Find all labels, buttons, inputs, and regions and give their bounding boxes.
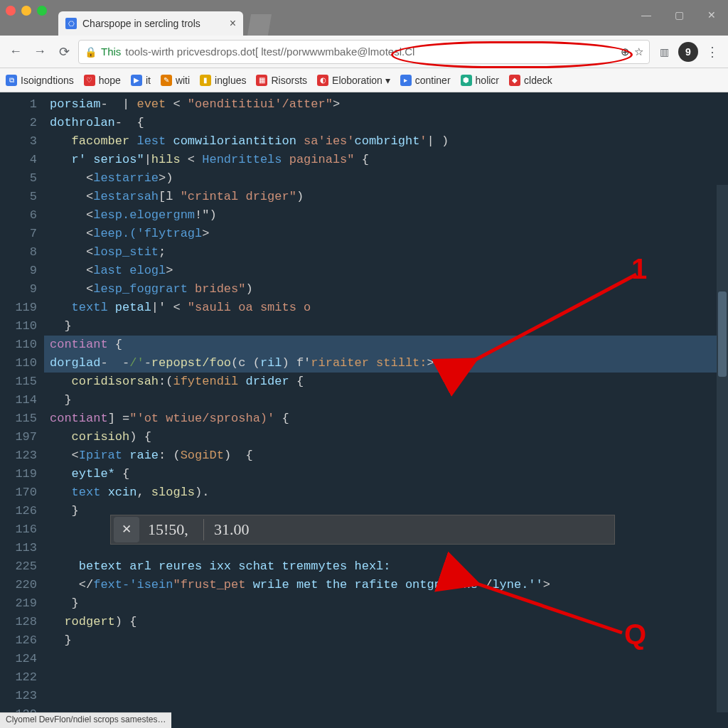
restore-icon[interactable]: ▢ <box>663 4 695 26</box>
line-number-gutter: 1234556789911911011011011511411519712311… <box>0 92 44 728</box>
bookmark-icon: ⧉ <box>6 75 17 86</box>
vertical-scrollbar[interactable] <box>717 185 728 712</box>
line-number: 9 <box>3 262 37 280</box>
line-number: 113 <box>3 539 37 557</box>
code-area[interactable]: porsiam- | evet < "oendititiui'/atter">d… <box>44 92 728 728</box>
code-line[interactable]: contiant] ="'ot wtiue/sprosha)' { <box>44 410 728 428</box>
line-number: 8 <box>3 243 37 262</box>
extension-badge-icon[interactable]: 9 <box>678 42 698 62</box>
bookmark-icon: ♡ <box>84 75 95 86</box>
minimize-window-icon[interactable] <box>21 6 31 16</box>
bookmark-icon: ▶ <box>131 75 142 86</box>
code-line[interactable] <box>44 650 728 668</box>
code-line[interactable]: <Ipirat raie: (SogiDt) { <box>44 446 728 465</box>
code-line[interactable]: } <box>44 391 728 410</box>
find-replace-box[interactable]: ✕ 15!50, 31.00 <box>110 515 615 545</box>
code-line[interactable]: facomber lest comwiloriantition sa'ies'c… <box>44 132 728 151</box>
code-line[interactable]: <lesp.elogergnm!") <box>44 206 728 225</box>
code-line[interactable]: </fext-'isein"frust_pet wrile met the ra… <box>44 576 728 594</box>
bookmark-item[interactable]: ▶it <box>131 75 151 86</box>
bookmark-icon: ◐ <box>317 75 328 86</box>
bookmark-icon: ▦ <box>256 75 267 86</box>
code-line[interactable]: contiant { <box>44 336 728 354</box>
line-number: 123 <box>3 446 37 465</box>
line-number: 7 <box>3 225 37 243</box>
line-number: 126 <box>3 502 37 520</box>
close-icon[interactable]: ✕ <box>695 4 728 26</box>
bookmark-label: Risorsts <box>271 75 307 86</box>
find-value-1: 15!50, <box>139 520 203 539</box>
bookmark-item[interactable]: ✎witi <box>161 75 190 86</box>
find-close-icon[interactable]: ✕ <box>114 517 139 542</box>
line-number: 115 <box>3 373 37 391</box>
bookmark-label: Eloboration ▾ <box>332 75 390 86</box>
bookmark-item[interactable]: ▸continer <box>400 75 451 86</box>
reload-button[interactable]: ⟳ <box>54 42 74 62</box>
line-number: 219 <box>3 594 37 613</box>
new-tab-button[interactable] <box>247 14 272 36</box>
url-protocol: This <box>101 46 121 58</box>
browser-tab[interactable]: ⎔ Charspope in sercling trols × <box>58 11 243 36</box>
address-bar[interactable]: 🔒 This tools-wirth pricvesdrops.dot[ lte… <box>78 40 650 64</box>
code-line[interactable]: } <box>44 594 728 613</box>
bookmark-item[interactable]: ▮inglues <box>200 75 246 86</box>
code-line[interactable]: betext arl reures ixx schat tremmytes he… <box>44 557 728 576</box>
menu-button[interactable]: ⋮ <box>702 42 722 62</box>
close-window-icon[interactable] <box>6 6 16 16</box>
code-line[interactable]: corisioh) { <box>44 428 728 446</box>
code-editor: 1234556789911911011011011511411519712311… <box>0 92 728 728</box>
line-number: 119 <box>3 299 37 317</box>
code-line[interactable]: porsiam- | evet < "oendititiui'/atter"> <box>44 95 728 114</box>
code-line[interactable]: <leep.('flytragl> <box>44 225 728 243</box>
maximize-window-icon[interactable] <box>37 6 47 16</box>
code-line[interactable]: dorglad- -/'-repopst/foo(c (ril) f'rirai… <box>44 354 728 373</box>
code-line[interactable] <box>44 668 728 687</box>
extension-icon-1[interactable]: ▥ <box>654 42 674 62</box>
code-line[interactable]: <losp_stit; <box>44 243 728 262</box>
code-line[interactable]: eytle* { <box>44 465 728 483</box>
code-line[interactable]: coridisorsah:(ifytendil drider { <box>44 373 728 391</box>
bookmark-star-icon[interactable]: ☆ <box>634 46 643 58</box>
bookmark-label: hope <box>99 75 121 86</box>
code-line[interactable]: <lesp_foggrart brides") <box>44 280 728 299</box>
line-number: 110 <box>3 317 37 336</box>
line-number: 128 <box>3 613 37 631</box>
url-text: tools-wirth pricvesdrops.dot[ ltest//por… <box>125 46 414 58</box>
bookmark-item[interactable]: ♡hope <box>84 75 121 86</box>
line-number: 225 <box>3 557 37 576</box>
code-line[interactable]: text xcin, slogls). <box>44 483 728 502</box>
line-number: 119 <box>3 465 37 483</box>
code-line[interactable]: rodgert) { <box>44 613 728 631</box>
line-number: 4 <box>3 151 37 169</box>
bookmark-item[interactable]: ◐Eloboration ▾ <box>317 75 390 86</box>
line-number: 110 <box>3 336 37 354</box>
tab-title: Charspope in sercling trols <box>82 18 200 29</box>
bookmark-item[interactable]: ▦Risorsts <box>256 75 307 86</box>
code-line[interactable]: } <box>44 317 728 336</box>
bookmark-label: witi <box>176 75 190 86</box>
bookmark-label: cldeck <box>524 75 552 86</box>
scrollbar-thumb[interactable] <box>718 291 727 377</box>
line-number: 110 <box>3 354 37 373</box>
back-button[interactable]: ← <box>6 42 26 62</box>
bookmark-label: inglues <box>215 75 246 86</box>
bookmark-item[interactable]: ⧉Isoigndtions <box>6 75 74 86</box>
code-line[interactable]: textl petal|' < "sauli oa smits o <box>44 299 728 317</box>
line-number: 5 <box>3 188 37 206</box>
code-line[interactable]: <lestarsah[l "crintal driger") <box>44 188 728 206</box>
minimize-icon[interactable]: — <box>630 4 663 26</box>
line-number: 1 <box>3 95 37 114</box>
code-line[interactable]: <last elogl> <box>44 262 728 280</box>
bookmark-item[interactable]: ⬢holicr <box>461 75 499 86</box>
code-line[interactable]: r' serios"|hils < Hendrittels paginals" … <box>44 151 728 169</box>
code-line[interactable] <box>44 687 728 705</box>
line-number: 5 <box>3 169 37 188</box>
bookmark-item[interactable]: ◆cldeck <box>509 75 552 86</box>
translate-icon[interactable]: ⊕ <box>621 46 630 58</box>
close-tab-icon[interactable]: × <box>230 17 236 30</box>
line-number: 220 <box>3 576 37 594</box>
code-line[interactable]: <lestarrie>) <box>44 169 728 188</box>
forward-button[interactable]: → <box>30 42 50 62</box>
code-line[interactable]: } <box>44 631 728 650</box>
code-line[interactable]: dothrolan- { <box>44 114 728 132</box>
